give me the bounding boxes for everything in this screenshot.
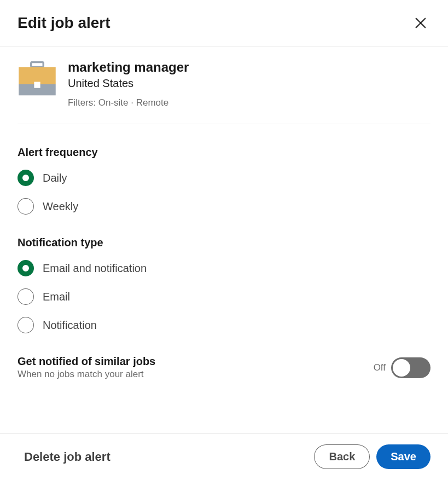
similar-jobs-title: Get notified of similar jobs xyxy=(18,355,155,368)
alert-title: marketing manager xyxy=(68,60,189,75)
modal-content: marketing manager United States Filters:… xyxy=(0,47,448,380)
toggle-knob xyxy=(393,359,410,377)
close-icon xyxy=(413,15,428,31)
save-button[interactable]: Save xyxy=(376,444,430,469)
notification-option-email[interactable]: Email xyxy=(18,288,430,305)
similar-jobs-toggle[interactable] xyxy=(391,357,430,378)
frequency-heading: Alert frequency xyxy=(18,146,430,159)
alert-summary: marketing manager United States Filters:… xyxy=(18,60,430,124)
modal-header: Edit job alert xyxy=(0,0,448,47)
alert-summary-text: marketing manager United States Filters:… xyxy=(68,60,189,108)
alert-filters: Filters: On-site · Remote xyxy=(68,97,189,108)
frequency-option-daily[interactable]: Daily xyxy=(18,170,430,186)
back-button[interactable]: Back xyxy=(314,444,370,469)
radio-unselected-icon xyxy=(18,288,34,305)
radio-selected-icon xyxy=(18,260,34,276)
toggle-state-label: Off xyxy=(374,362,386,373)
similar-jobs-text: Get notified of similar jobs When no job… xyxy=(18,355,155,380)
notification-heading: Notification type xyxy=(18,236,430,249)
radio-label: Weekly xyxy=(43,200,78,213)
footer-actions: Back Save xyxy=(314,444,430,469)
svg-rect-5 xyxy=(34,82,40,88)
radio-label: Daily xyxy=(43,172,67,184)
radio-label: Email xyxy=(43,291,70,303)
page-title: Edit job alert xyxy=(18,14,110,32)
similar-jobs-subtitle: When no jobs match your alert xyxy=(18,369,155,380)
radio-unselected-icon xyxy=(18,317,34,333)
alert-location: United States xyxy=(68,77,189,90)
notification-option-notification[interactable]: Notification xyxy=(18,317,430,333)
close-button[interactable] xyxy=(411,13,430,33)
delete-alert-button[interactable]: Delete job alert xyxy=(18,446,117,469)
svg-rect-3 xyxy=(19,67,56,85)
radio-selected-icon xyxy=(18,170,34,186)
briefcase-icon xyxy=(18,60,57,99)
frequency-section: Alert frequency Daily Weekly xyxy=(18,146,430,215)
modal-footer: Delete job alert Back Save xyxy=(0,433,448,480)
radio-unselected-icon xyxy=(18,198,34,215)
notification-section: Notification type Email and notification… xyxy=(18,236,430,333)
radio-label: Notification xyxy=(43,319,97,332)
frequency-option-weekly[interactable]: Weekly xyxy=(18,198,430,215)
radio-label: Email and notification xyxy=(43,262,147,275)
similar-jobs-controls: Off xyxy=(374,357,430,378)
svg-rect-2 xyxy=(31,62,44,67)
similar-jobs-row: Get notified of similar jobs When no job… xyxy=(18,355,430,380)
notification-option-email-and-notification[interactable]: Email and notification xyxy=(18,260,430,276)
